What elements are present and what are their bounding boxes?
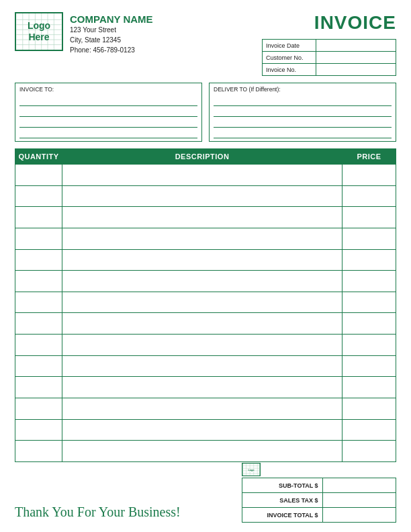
deliver-to-box: DELIVER TO (If Different): — [209, 83, 396, 142]
invoice-page: Logo Here COMPANY NAME 123 Your Street C… — [0, 0, 411, 532]
qty-cell[interactable] — [15, 441, 62, 462]
desc-cell[interactable] — [62, 249, 342, 271]
invoice-to-line1[interactable] — [19, 95, 197, 106]
table-row — [15, 207, 396, 228]
price-cell[interactable] — [342, 249, 396, 271]
desc-cell[interactable] — [62, 398, 342, 420]
sales-tax-label: SALES TAX $ — [242, 493, 323, 508]
logo-line1: Logo — [28, 20, 50, 32]
desc-cell[interactable] — [62, 419, 342, 441]
invoice-fields-table: Invoice Date Customer No. Invoice No. — [262, 39, 396, 76]
desc-cell[interactable] — [62, 185, 342, 207]
invoice-total-value[interactable] — [322, 508, 396, 523]
table-row — [15, 165, 396, 186]
qty-cell[interactable] — [15, 271, 62, 292]
invoice-to-box: INVOICE TO: — [15, 83, 202, 142]
qty-cell[interactable] — [15, 165, 62, 186]
mini-logo: Logo — [242, 463, 261, 476]
price-header: PRICE — [342, 149, 396, 165]
price-cell[interactable] — [342, 335, 396, 356]
qty-cell[interactable] — [15, 377, 62, 398]
invoice-no-label: Invoice No. — [263, 64, 316, 76]
mini-logo-svg: Logo — [242, 463, 260, 476]
qty-cell[interactable] — [15, 335, 62, 356]
invoice-to-lines — [19, 95, 197, 138]
price-cell[interactable] — [342, 207, 396, 228]
table-row — [15, 271, 396, 292]
qty-cell[interactable] — [15, 419, 62, 441]
price-cell[interactable] — [342, 185, 396, 207]
qty-cell[interactable] — [15, 398, 62, 420]
price-cell[interactable] — [342, 441, 396, 462]
price-cell[interactable] — [342, 271, 396, 292]
sub-total-value[interactable] — [322, 478, 396, 493]
totals-section: Logo SUB-TOTAL $ SALES TAX $ INVOICE TOT — [242, 463, 396, 523]
footer-section: Thank You For Your Business! Logo — [15, 462, 396, 523]
sales-tax-value[interactable] — [322, 493, 396, 508]
deliver-to-lines — [214, 95, 392, 138]
company-section: Logo Here COMPANY NAME 123 Your Street C… — [15, 12, 153, 55]
description-header: DESCRIPTION — [62, 149, 342, 165]
customer-no-label: Customer No. — [263, 52, 316, 64]
invoice-to-line2[interactable] — [19, 106, 197, 117]
price-cell[interactable] — [342, 355, 396, 377]
qty-cell[interactable] — [15, 313, 62, 335]
logo-text: Logo Here — [28, 20, 50, 43]
price-cell[interactable] — [342, 292, 396, 313]
price-cell[interactable] — [342, 313, 396, 335]
price-cell[interactable] — [342, 377, 396, 398]
address-line2: City, State 12345 — [70, 35, 153, 45]
deliver-to-label: DELIVER TO (If Different): — [214, 86, 392, 93]
invoice-to-line4[interactable] — [19, 128, 197, 138]
desc-cell[interactable] — [62, 165, 342, 186]
table-row — [15, 228, 396, 249]
invoice-info-section: INVOICE Invoice Date Customer No. Invoic… — [262, 12, 396, 76]
table-row — [15, 355, 396, 377]
company-address: 123 Your Street City, State 12345 Phone:… — [70, 25, 153, 55]
table-header-row: QUANTITY DESCRIPTION PRICE — [15, 149, 396, 165]
logo-box: Logo Here — [15, 12, 63, 51]
table-row — [15, 292, 396, 313]
qty-cell[interactable] — [15, 228, 62, 249]
invoice-no-value[interactable] — [316, 64, 396, 76]
desc-cell[interactable] — [62, 228, 342, 249]
desc-cell[interactable] — [62, 335, 342, 356]
sales-tax-row: SALES TAX $ — [242, 493, 396, 508]
table-row — [15, 377, 396, 398]
invoice-to-label: INVOICE TO: — [19, 86, 197, 93]
customer-no-row: Customer No. — [263, 52, 396, 64]
qty-cell[interactable] — [15, 207, 62, 228]
invoice-date-value[interactable] — [316, 40, 396, 52]
table-row — [15, 398, 396, 420]
deliver-to-line3[interactable] — [214, 117, 392, 128]
price-cell[interactable] — [342, 228, 396, 249]
qty-cell[interactable] — [15, 292, 62, 313]
desc-cell[interactable] — [62, 313, 342, 335]
deliver-to-line2[interactable] — [214, 106, 392, 117]
qty-cell[interactable] — [15, 355, 62, 377]
desc-cell[interactable] — [62, 271, 342, 292]
price-cell[interactable] — [342, 419, 396, 441]
desc-cell[interactable] — [62, 441, 342, 462]
logo-line2: Here — [28, 32, 50, 43]
table-row — [15, 249, 396, 271]
deliver-to-line4[interactable] — [214, 128, 392, 138]
qty-cell[interactable] — [15, 249, 62, 271]
address-section: INVOICE TO: DELIVER TO (If Different): — [15, 83, 396, 142]
desc-cell[interactable] — [62, 355, 342, 377]
qty-cell[interactable] — [15, 185, 62, 207]
table-row — [15, 335, 396, 356]
totals-table: SUB-TOTAL $ SALES TAX $ INVOICE TOTAL $ — [242, 478, 396, 523]
desc-cell[interactable] — [62, 377, 342, 398]
invoice-total-label: INVOICE TOTAL $ — [242, 508, 323, 523]
table-row — [15, 185, 396, 207]
desc-cell[interactable] — [62, 292, 342, 313]
customer-no-value[interactable] — [316, 52, 396, 64]
desc-cell[interactable] — [62, 207, 342, 228]
invoice-to-line3[interactable] — [19, 117, 197, 128]
header-section: Logo Here COMPANY NAME 123 Your Street C… — [15, 12, 396, 76]
price-cell[interactable] — [342, 398, 396, 420]
deliver-to-line1[interactable] — [214, 95, 392, 106]
price-cell[interactable] — [342, 165, 396, 186]
address-line1: 123 Your Street — [70, 25, 153, 35]
